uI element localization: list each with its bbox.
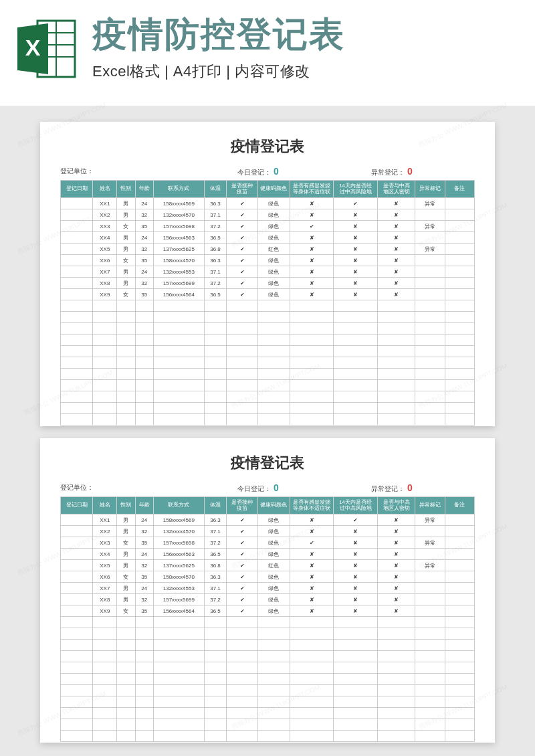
column-header: 健康码颜色 <box>257 181 290 198</box>
cross-icon <box>353 258 358 264</box>
table-cell <box>445 526 474 537</box>
table-cell <box>61 560 93 571</box>
table-cell <box>290 312 334 323</box>
table-cell: 36.8 <box>204 244 227 255</box>
column-header: 年龄 <box>135 497 153 514</box>
table-cell <box>153 617 204 628</box>
table-cell <box>227 583 257 594</box>
table-cell <box>117 335 135 346</box>
table-cell <box>61 617 93 628</box>
table-cell: 35 <box>135 221 153 232</box>
table-cell <box>204 403 227 414</box>
table-cell: 绿色 <box>257 583 290 594</box>
table-cell <box>153 731 204 742</box>
table-row <box>61 357 475 369</box>
table-cell <box>61 300 93 312</box>
table-cell <box>227 391 257 403</box>
table-cell <box>227 594 257 605</box>
table-cell <box>227 278 257 289</box>
table-row: XX3女35157xxxx569837.2绿色异常 <box>61 537 475 549</box>
check-icon <box>310 540 314 546</box>
table-cell <box>415 674 445 685</box>
meta-unit-label: 登记单位： <box>60 483 237 492</box>
table-cell: 24 <box>135 514 153 526</box>
cross-icon <box>310 563 314 569</box>
table-cell <box>334 674 377 685</box>
table-cell <box>227 514 257 526</box>
cross-icon <box>394 563 399 569</box>
cross-icon <box>353 585 358 591</box>
table-cell <box>257 414 290 426</box>
table-cell <box>445 560 474 571</box>
table-cell: XX5 <box>93 244 117 255</box>
table-cell <box>377 549 415 560</box>
table-cell <box>415 526 445 537</box>
table-cell: 132xxxx4570 <box>153 209 204 221</box>
table-cell: 132xxxx4570 <box>153 526 204 537</box>
table-cell <box>445 278 474 289</box>
table-cell <box>204 662 227 674</box>
table-cell <box>377 526 415 537</box>
table-cell <box>153 685 204 696</box>
table-cell: 绿色 <box>257 221 290 232</box>
table-cell <box>93 696 117 708</box>
table-cell: 32 <box>135 278 153 289</box>
table-cell <box>153 628 204 640</box>
register-table: 登记日期姓名性别年龄联系方式体温是否接种疫苗健康码颜色是否有感冒发烧等身体不适症… <box>60 180 475 426</box>
table-cell <box>377 403 415 414</box>
cross-icon <box>394 212 399 218</box>
table-cell <box>135 346 153 357</box>
check-icon <box>240 551 245 557</box>
table-cell <box>93 685 117 696</box>
cross-icon <box>394 517 399 523</box>
table-cell <box>334 255 377 266</box>
table-row <box>61 300 475 312</box>
table-cell: 156xxxx4563 <box>153 549 204 560</box>
table-cell <box>445 232 474 244</box>
table-cell <box>61 605 93 617</box>
table-cell <box>445 514 474 526</box>
table-cell <box>93 414 117 426</box>
table-cell: 36.5 <box>204 605 227 617</box>
table-cell <box>93 300 117 312</box>
table-cell: 异常 <box>415 537 445 549</box>
table-cell <box>257 731 290 742</box>
table-cell <box>257 651 290 662</box>
table-cell <box>377 674 415 685</box>
table-cell: 137xxxx5625 <box>153 244 204 255</box>
table-cell <box>334 594 377 605</box>
table-cell <box>377 685 415 696</box>
table-cell <box>445 537 474 549</box>
table-cell <box>61 414 93 426</box>
table-cell <box>334 380 377 391</box>
table-cell <box>135 357 153 369</box>
table-cell <box>257 391 290 403</box>
table-row <box>61 628 475 640</box>
table-cell <box>117 323 135 335</box>
table-cell <box>227 300 257 312</box>
table-cell <box>93 335 117 346</box>
table-cell: 女 <box>117 289 135 300</box>
table-cell: 绿色 <box>257 266 290 278</box>
table-cell: 24 <box>135 266 153 278</box>
column-header: 年龄 <box>135 181 153 198</box>
table-row <box>61 617 475 628</box>
table-cell <box>445 244 474 255</box>
column-header: 登记日期 <box>61 181 93 198</box>
cross-icon <box>310 246 314 252</box>
table-cell: 绿色 <box>257 514 290 526</box>
table-cell <box>377 357 415 369</box>
table-cell: 37.2 <box>204 594 227 605</box>
table-cell <box>153 662 204 674</box>
table-cell <box>334 685 377 696</box>
table-cell <box>227 526 257 537</box>
table-cell <box>61 335 93 346</box>
table-cell <box>153 403 204 414</box>
table-cell <box>61 628 93 640</box>
table-cell <box>334 312 377 323</box>
table-cell <box>290 651 334 662</box>
column-header: 联系方式 <box>153 497 204 514</box>
column-header: 性别 <box>117 497 135 514</box>
table-cell <box>257 300 290 312</box>
table-cell <box>415 380 445 391</box>
